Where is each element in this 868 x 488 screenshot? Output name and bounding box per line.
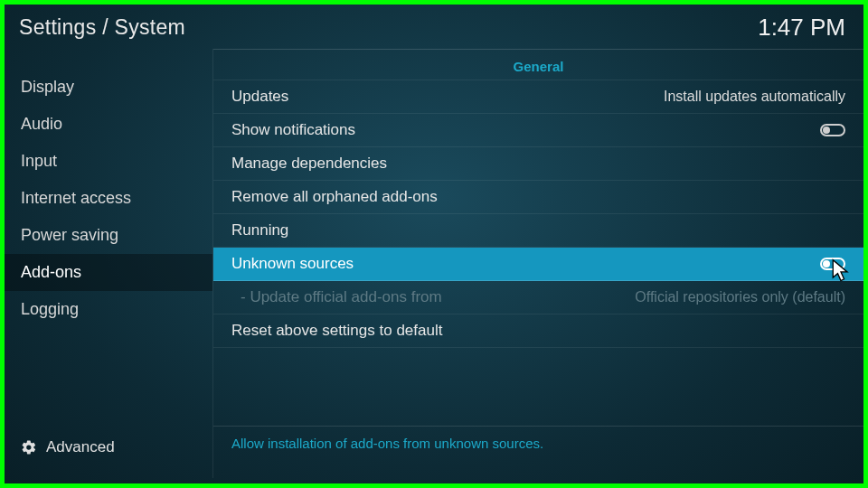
help-text: Allow installation of add-ons from unkno… bbox=[213, 426, 863, 478]
header: Settings / System 1:47 PM bbox=[5, 5, 863, 49]
sidebar-item-internet-access[interactable]: Internet access bbox=[5, 180, 212, 217]
sidebar-item-audio[interactable]: Audio bbox=[5, 106, 212, 143]
sidebar-item-add-ons[interactable]: Add-ons bbox=[5, 254, 212, 291]
row-manage-dependencies[interactable]: Manage dependencies bbox=[213, 147, 863, 181]
row-updates-value: Install updates automatically bbox=[664, 89, 845, 105]
row-update-official-label: - Update official add-ons from bbox=[231, 288, 442, 306]
sidebar-item-input[interactable]: Input bbox=[5, 143, 212, 180]
row-updates-label: Updates bbox=[231, 88, 288, 106]
toggle-unknown-sources[interactable] bbox=[820, 258, 845, 270]
row-show-notifications-label: Show notifications bbox=[231, 121, 355, 139]
row-remove-orphaned-label: Remove all orphaned add-ons bbox=[231, 188, 438, 206]
sidebar: Display Audio Input Internet access Powe… bbox=[5, 49, 212, 478]
row-running[interactable]: Running bbox=[213, 214, 863, 248]
row-remove-orphaned[interactable]: Remove all orphaned add-ons bbox=[213, 181, 863, 214]
settings-level-label: Advanced bbox=[46, 438, 115, 456]
clock: 1:47 PM bbox=[758, 14, 845, 42]
section-title: General bbox=[213, 50, 863, 80]
row-unknown-sources[interactable]: Unknown sources bbox=[213, 248, 863, 281]
row-reset-defaults-label: Reset above settings to default bbox=[231, 322, 442, 340]
gear-icon bbox=[21, 439, 37, 455]
sidebar-item-logging[interactable]: Logging bbox=[5, 291, 212, 328]
row-show-notifications[interactable]: Show notifications bbox=[213, 114, 863, 147]
row-update-official: - Update official add-ons from Official … bbox=[213, 281, 863, 314]
toggle-show-notifications[interactable] bbox=[820, 124, 845, 136]
sidebar-item-power-saving[interactable]: Power saving bbox=[5, 217, 212, 254]
main-panel: General Updates Install updates automati… bbox=[212, 49, 863, 478]
sidebar-item-display[interactable]: Display bbox=[5, 69, 212, 106]
row-unknown-sources-label: Unknown sources bbox=[231, 255, 354, 273]
row-running-label: Running bbox=[231, 221, 288, 239]
row-update-official-value: Official repositories only (default) bbox=[635, 289, 845, 305]
row-updates[interactable]: Updates Install updates automatically bbox=[213, 80, 863, 114]
settings-level-button[interactable]: Advanced bbox=[21, 438, 115, 456]
row-reset-defaults[interactable]: Reset above settings to default bbox=[213, 314, 863, 348]
row-manage-dependencies-label: Manage dependencies bbox=[231, 155, 387, 173]
breadcrumb: Settings / System bbox=[19, 15, 185, 40]
